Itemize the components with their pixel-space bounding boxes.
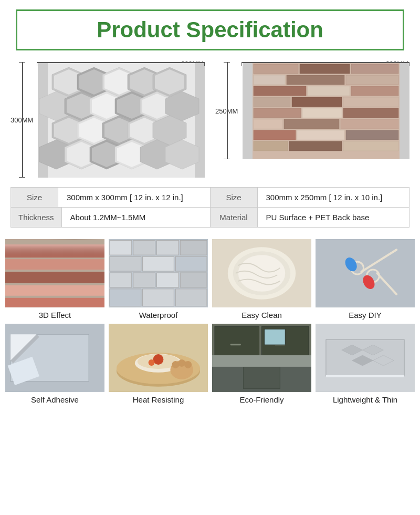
svg-rect-52 — [308, 86, 350, 96]
product-spec-header: Product Specification — [16, 9, 404, 50]
dim-line-left-2 — [227, 62, 228, 159]
svg-rect-59 — [343, 108, 398, 118]
svg-rect-84 — [110, 273, 132, 287]
feature-clean-image — [212, 239, 311, 307]
spec-section: Size 300mm x 300mm [ 12 in. x 12 in.] Si… — [10, 187, 410, 228]
svg-rect-127 — [212, 355, 311, 367]
svg-rect-60 — [254, 119, 282, 129]
size2-label: Size — [211, 188, 258, 207]
svg-rect-95 — [316, 239, 415, 307]
svg-rect-73 — [5, 272, 104, 283]
feature-3d-label: 3D Effect — [39, 311, 71, 320]
dim-line-left-1 — [22, 62, 23, 178]
dim-line-top-2 — [242, 62, 410, 63]
svg-point-116 — [172, 361, 179, 368]
dim-line-top-left-2 — [242, 62, 242, 66]
svg-rect-71 — [5, 244, 104, 258]
svg-rect-68 — [343, 141, 398, 151]
svg-rect-89 — [143, 289, 174, 306]
svg-rect-61 — [284, 119, 339, 129]
svg-rect-124 — [230, 344, 241, 345]
svg-rect-81 — [110, 256, 141, 271]
svg-rect-64 — [297, 130, 344, 140]
svg-rect-53 — [351, 86, 398, 96]
svg-rect-82 — [143, 256, 174, 271]
thickness-label: Thickness — [11, 208, 62, 227]
svg-rect-75 — [5, 298, 104, 307]
size1-value: 300mm x 300mm [ 12 in. x 12 in.] — [58, 188, 210, 207]
feature-3d-image — [5, 239, 104, 307]
dim-line-top-right-1 — [204, 62, 205, 66]
spec-thickness-block: Thickness About 1.2MM~1.5MM — [11, 208, 210, 227]
svg-point-114 — [149, 359, 155, 366]
product2-image — [243, 62, 410, 159]
product-image-container-1: 300MM 300MM — [10, 62, 205, 178]
svg-rect-80 — [180, 240, 207, 255]
material-label: Material — [211, 208, 258, 227]
svg-rect-48 — [254, 75, 285, 85]
material-value: PU Surface + PET Back base — [258, 208, 410, 227]
svg-rect-135 — [326, 375, 404, 377]
svg-point-117 — [178, 359, 185, 367]
svg-rect-54 — [254, 97, 290, 107]
feature-diy-image — [316, 239, 415, 307]
size1-label: Size — [11, 188, 58, 207]
svg-rect-51 — [254, 86, 306, 96]
feature-lightweight: Lightweight & Thin — [316, 324, 415, 404]
product-images-section: 300MM 300MM — [10, 62, 410, 180]
size2-value: 300mm x 250mm [ 12 in. x 10 in.] — [258, 188, 410, 207]
svg-rect-55 — [292, 97, 342, 107]
product-item-1: 300MM 300MM — [10, 62, 205, 180]
spec-size-block-1: Size 300mm x 300mm [ 12 in. x 12 in.] — [11, 188, 210, 207]
svg-rect-46 — [300, 64, 350, 74]
feature-heat-resisting: Heat Resisting — [109, 324, 208, 404]
product1-image — [38, 62, 205, 178]
svg-rect-128 — [264, 329, 285, 345]
svg-rect-74 — [5, 285, 104, 296]
feature-waterproof-label: Waterproof — [139, 311, 178, 320]
dim-line-left-top-2 — [224, 62, 230, 63]
svg-rect-62 — [341, 119, 398, 129]
dim-line-top-left-1 — [37, 62, 37, 66]
svg-rect-85 — [133, 273, 155, 287]
feature-easy-diy: Easy DIY — [316, 239, 415, 320]
svg-rect-78 — [133, 240, 155, 255]
svg-rect-126 — [244, 367, 280, 389]
feature-eco-label: Eco-Friendly — [239, 395, 284, 404]
feature-adhesive-image — [5, 324, 104, 392]
svg-rect-79 — [157, 240, 179, 255]
feature-waterproof: Waterproof — [109, 239, 208, 320]
dim-line-top-1 — [37, 62, 205, 63]
feature-diy-label: Easy DIY — [349, 311, 382, 320]
feature-waterproof-image — [109, 239, 208, 307]
spec-material-block: Material PU Surface + PET Back base — [210, 208, 410, 227]
svg-rect-83 — [175, 256, 207, 271]
svg-rect-57 — [254, 108, 301, 118]
feature-light-image — [316, 324, 415, 392]
svg-rect-63 — [254, 130, 296, 140]
svg-point-94 — [238, 255, 286, 292]
svg-rect-88 — [110, 289, 141, 306]
svg-rect-47 — [351, 64, 398, 74]
dim-line-left-bottom-2 — [224, 159, 230, 159]
features-section: 3D Effect Waterpro — [5, 239, 415, 404]
feature-eco-image — [212, 324, 311, 392]
svg-rect-86 — [157, 273, 179, 287]
page-title: Product Specification — [97, 17, 323, 42]
spec-size-row: Size 300mm x 300mm [ 12 in. x 12 in.] Si… — [10, 187, 410, 208]
feature-light-label: Lightweight & Thin — [333, 395, 397, 404]
thickness-value: About 1.2MM~1.5MM — [62, 208, 210, 227]
feature-self-adhesive: Self Adhesive — [5, 324, 104, 404]
svg-point-113 — [153, 354, 164, 365]
svg-rect-65 — [346, 130, 398, 140]
feature-3d-effect: 3D Effect — [5, 239, 104, 320]
product-image-container-2: 300MM 250MM — [215, 62, 410, 159]
svg-rect-45 — [254, 64, 298, 74]
svg-rect-56 — [343, 97, 398, 107]
svg-rect-87 — [180, 273, 207, 287]
svg-rect-72 — [5, 259, 104, 270]
svg-rect-66 — [254, 141, 288, 151]
product-item-2: 300MM 250MM — [215, 62, 410, 180]
svg-rect-67 — [289, 141, 342, 151]
dim-line-top-right-2 — [409, 62, 410, 66]
